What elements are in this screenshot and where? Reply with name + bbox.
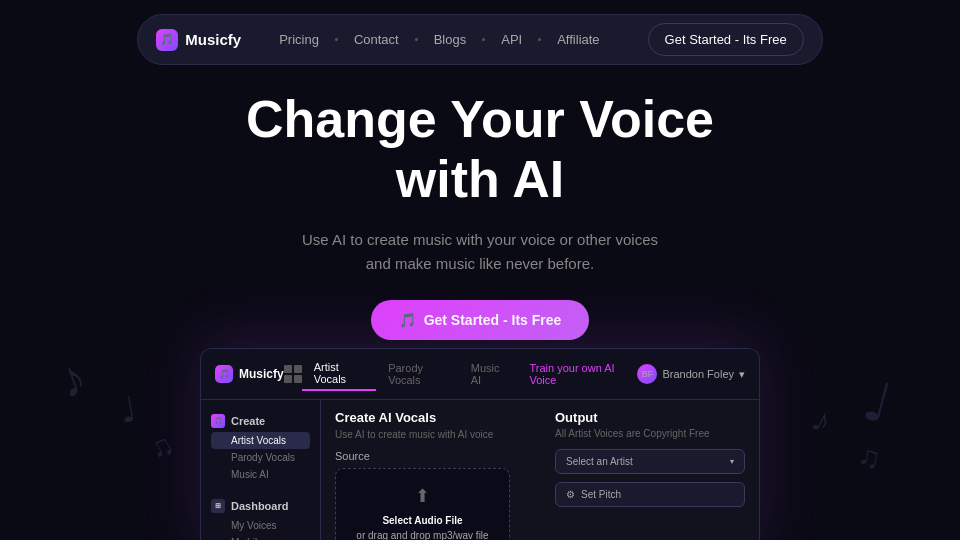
artist-select[interactable]: Select an Artist ▾ <box>555 449 745 474</box>
nav-link-contact[interactable]: Contact <box>346 28 407 51</box>
logo-label: Musicfy <box>185 31 241 48</box>
output-note: All Artist Voices are Copyright Free <box>555 428 745 439</box>
sidebar-item-my-voices[interactable]: My Voices <box>211 517 310 534</box>
hero-title: Change Your Voice with AI <box>246 90 714 210</box>
app-right-panel: Output All Artist Voices are Copyright F… <box>555 410 745 540</box>
source-label: Source <box>335 450 541 462</box>
music-note-icon: ♫ <box>143 427 179 468</box>
sidebar-create-icon: 🎵 <box>211 414 225 428</box>
app-username: Brandon Foley <box>662 368 734 380</box>
app-sidebar: 🎵 Create Artist Vocals Parody Vocals Mus… <box>201 400 321 540</box>
sidebar-dashboard-icon: ⊞ <box>211 499 225 513</box>
nav-dot <box>482 38 485 41</box>
app-user: BF Brandon Foley ▾ <box>637 364 745 384</box>
nav-link-pricing[interactable]: Pricing <box>271 28 327 51</box>
create-vocals-title: Create AI Vocals <box>335 410 541 425</box>
upload-text: Select Audio File or drag and drop mp3/w… <box>346 513 499 540</box>
pitch-icon: ⚙ <box>566 489 575 500</box>
app-logo-icon: 🎵 <box>215 365 233 383</box>
app-body: 🎵 Create Artist Vocals Parody Vocals Mus… <box>201 400 759 540</box>
nav-cta-button[interactable]: Get Started - Its Free <box>648 23 804 56</box>
hero-cta-icon: 🎵 <box>399 312 416 328</box>
app-logo: 🎵 Musicfy <box>215 365 284 383</box>
sidebar-item-parody-vocals[interactable]: Parody Vocals <box>211 449 310 466</box>
sidebar-item-artist-vocals[interactable]: Artist Vocals <box>211 432 310 449</box>
app-grid-icon[interactable] <box>284 365 302 383</box>
nav-dot <box>335 38 338 41</box>
output-title: Output <box>555 410 745 425</box>
set-pitch-label: Set Pitch <box>581 489 621 500</box>
music-note-icon: ♩ <box>117 389 141 431</box>
music-note-icon: ♫ <box>855 438 883 475</box>
app-topbar: 🎵 Musicfy Artist Vocals Parody Vocals Mu… <box>201 349 759 400</box>
app-logo-label: Musicfy <box>239 367 284 381</box>
tab-music-ai[interactable]: Music AI <box>459 358 518 390</box>
app-preview: 🎵 Musicfy Artist Vocals Parody Vocals Mu… <box>200 348 760 540</box>
sidebar-dashboard-header: ⊞ Dashboard <box>211 497 310 517</box>
nav-link-blogs[interactable]: Blogs <box>426 28 475 51</box>
nav-links: Pricing Contact Blogs API Affiliate <box>271 28 607 51</box>
sidebar-create-header: 🎵 Create <box>211 412 310 432</box>
sidebar-item-my-library[interactable]: My Library <box>211 534 310 540</box>
app-tabs: Artist Vocals Parody Vocals Music AI Tra… <box>302 357 638 391</box>
nav-dot <box>415 38 418 41</box>
tab-train-ai[interactable]: Train your own AI Voice <box>517 358 637 390</box>
tab-artist-vocals[interactable]: Artist Vocals <box>302 357 376 391</box>
tab-parody-vocals[interactable]: Parody Vocals <box>376 358 459 390</box>
nav-link-api[interactable]: API <box>493 28 530 51</box>
sidebar-item-music-ai[interactable]: Music AI <box>211 466 310 483</box>
sidebar-create-label: Create <box>231 415 265 427</box>
music-note-icon: ♪ <box>805 398 838 442</box>
upload-box[interactable]: ⬆ Select Audio File or drag and drop mp3… <box>335 468 510 540</box>
create-vocals-subtitle: Use AI to create music with AI voice <box>335 429 541 440</box>
app-left-panel: Create AI Vocals Use AI to create music … <box>335 410 541 540</box>
sidebar-dashboard-section: ⊞ Dashboard My Voices My Library My Hist… <box>201 493 320 540</box>
app-avatar: BF <box>637 364 657 384</box>
select-arrow-icon: ▾ <box>730 457 734 466</box>
hero-cta-label: Get Started - Its Free <box>424 312 562 328</box>
hero-section: Change Your Voice with AI Use AI to crea… <box>0 60 960 364</box>
sidebar-dashboard-label: Dashboard <box>231 500 288 512</box>
logo-icon: 🎵 <box>156 29 178 51</box>
upload-icon: ⬆ <box>346 485 499 507</box>
sidebar-create-section: 🎵 Create Artist Vocals Parody Vocals Mus… <box>201 408 320 485</box>
nav-dot <box>538 38 541 41</box>
hero-subtitle: Use AI to create music with your voice o… <box>302 228 658 276</box>
logo: 🎵 Musicfy <box>156 29 241 51</box>
artist-select-placeholder: Select an Artist <box>566 456 633 467</box>
app-main-content: Create AI Vocals Use AI to create music … <box>321 400 759 540</box>
hero-cta-button[interactable]: 🎵 Get Started - Its Free <box>371 300 590 340</box>
app-user-chevron: ▾ <box>739 368 745 381</box>
music-note-icon: ♩ <box>856 368 898 437</box>
navbar: 🎵 Musicfy Pricing Contact Blogs API Affi… <box>0 0 960 79</box>
set-pitch[interactable]: ⚙ Set Pitch <box>555 482 745 507</box>
nav-link-affiliate[interactable]: Affiliate <box>549 28 607 51</box>
